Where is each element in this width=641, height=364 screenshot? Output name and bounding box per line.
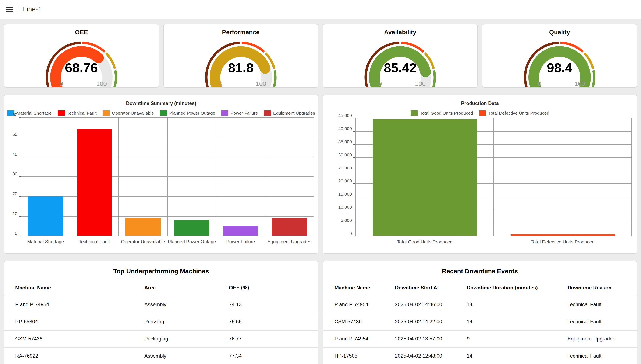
x-gridline	[70, 118, 70, 236]
table-header-cell: Downtime Reason	[567, 285, 637, 291]
table-row[interactable]: CSM-57436Packaging76.77	[4, 330, 318, 348]
table-header-cell: Area	[144, 285, 229, 291]
gauge-card-availability: Availability 85.420100	[323, 24, 478, 88]
legend-item[interactable]: Total Defective Units Produced	[479, 110, 549, 116]
table: Machine NameDowntime Start AtDowntime Du…	[323, 280, 637, 364]
x-gridline	[21, 118, 22, 236]
legend-swatch	[411, 110, 418, 116]
performance-gauge: 81.80100	[194, 37, 287, 88]
table-cell: 14	[467, 319, 567, 324]
bar[interactable]	[272, 218, 307, 236]
x-axis-label: Technical Fault	[70, 239, 119, 244]
table-cell: 77.34	[229, 353, 318, 359]
availability-gauge: 85.420100	[354, 37, 447, 88]
chart-title: Production Data	[323, 101, 637, 106]
x-axis-label: Total Defective Units Produced	[494, 239, 632, 245]
y-axis-label: 60	[13, 112, 21, 117]
legend-label: Power Failure	[230, 110, 258, 116]
table: Machine NameAreaOEE (%)P and P-74954Asse…	[4, 280, 318, 364]
legend-swatch	[221, 110, 228, 116]
legend-label: Planned Power Outage	[169, 110, 215, 116]
x-gridline	[493, 118, 494, 236]
legend-label: Technical Fault	[67, 110, 97, 116]
table-cell: 14	[467, 302, 567, 308]
x-axis-label: Planned Power Outage	[168, 239, 216, 244]
top-underperforming-machines-card: Top Underperforming MachinesMachine Name…	[4, 261, 318, 364]
x-gridline	[314, 118, 314, 236]
chart-title: Downtime Summary (minutes)	[4, 101, 318, 106]
table-cell: P and P-74954	[15, 302, 144, 308]
gauge-value: 81.8	[228, 60, 254, 75]
chart-legend: Total Good Units ProducedTotal Defective…	[323, 110, 637, 116]
table-row[interactable]: P and P-74954Assembly74.13	[4, 296, 318, 313]
table-row[interactable]: P and P-749542025-04-02 13:57:009Equipme…	[323, 330, 637, 348]
gauge-max-label: 100	[574, 80, 585, 87]
table-cell: Technical Fault	[567, 353, 637, 359]
legend-swatch	[264, 110, 271, 116]
table-row[interactable]: RA-76922Assembly77.34	[4, 348, 318, 364]
x-gridline	[216, 118, 216, 236]
bar[interactable]	[126, 218, 161, 236]
legend-label: Total Good Units Produced	[420, 110, 473, 116]
legend-item[interactable]: Equipment Upgrades	[264, 110, 315, 116]
y-axis-label: 45,000	[338, 113, 356, 118]
gauge-min-label: 0	[538, 80, 541, 87]
y-axis-label: 25,000	[338, 166, 356, 170]
legend-item[interactable]: Operator Unavailable	[103, 110, 154, 116]
y-axis-label: 20,000	[338, 178, 356, 184]
table-row[interactable]: P and P-749542025-04-02 14:46:0014Techni…	[323, 296, 637, 313]
x-axis-line	[356, 236, 632, 236]
table-cell: Pressing	[144, 319, 229, 324]
y-axis-label: 0	[15, 231, 21, 236]
y-axis-label: 30	[13, 172, 21, 176]
legend-item[interactable]: Planned Power Outage	[160, 110, 215, 116]
gauge-min-label: 0	[219, 80, 223, 87]
legend-label: Material Shortage	[17, 110, 52, 116]
y-axis-label: 0	[349, 231, 356, 236]
bar[interactable]	[373, 119, 477, 236]
table-title: Recent Downtime Events	[323, 267, 637, 276]
bar[interactable]	[174, 220, 209, 236]
y-axis-label: 40	[13, 152, 21, 157]
gauge-title: Availability	[323, 28, 477, 37]
table-row[interactable]: PP-65804Pressing75.55	[4, 313, 318, 330]
plot-area: 0102030405060Material ShortageTechnical …	[21, 118, 314, 236]
table-cell: 2025-04-02 13:57:00	[395, 336, 467, 342]
legend-item[interactable]: Technical Fault	[58, 110, 97, 116]
legend-swatch	[103, 110, 110, 116]
table-cell: 74.13	[229, 302, 318, 308]
y-axis-label: 5,000	[341, 218, 356, 223]
chart-row: Downtime Summary (minutes)Material Short…	[4, 95, 637, 254]
bar[interactable]	[28, 196, 63, 236]
table-header-cell: OEE (%)	[229, 285, 318, 291]
bar[interactable]	[77, 129, 112, 236]
table-cell: 2025-04-02 12:48:00	[395, 353, 467, 359]
table-header-cell: Downtime Duration (minutes)	[467, 285, 567, 291]
recent-downtime-events-card: Recent Downtime EventsMachine NameDownti…	[323, 261, 637, 364]
production-data-chart-card: Production DataTotal Good Units Produced…	[323, 95, 637, 254]
gauge-card-quality: Quality 98.40100	[482, 24, 637, 88]
table-cell: CSM-57436	[15, 336, 144, 342]
legend-item[interactable]: Power Failure	[221, 110, 258, 116]
chart-legend: Material ShortageTechnical FaultOperator…	[4, 110, 318, 116]
gauge-min-label: 0	[60, 80, 63, 87]
table-row[interactable]: CSM-574362025-04-02 14:22:0014Technical …	[323, 313, 637, 330]
x-gridline	[265, 118, 265, 236]
legend-label: Operator Unavailable	[112, 110, 154, 116]
hamburger-menu-icon[interactable]	[6, 6, 13, 13]
bar[interactable]	[223, 226, 258, 236]
y-axis-label: 20	[13, 191, 21, 196]
x-axis-label: Operator Unavailable	[119, 239, 168, 244]
x-axis-label: Equipment Upgrades	[265, 239, 314, 244]
table-row[interactable]: HP-175052025-04-02 12:48:0014Technical F…	[323, 348, 637, 364]
table-cell: P and P-74954	[334, 302, 395, 308]
plot-area: 05,00010,00015,00020,00025,00030,00035,0…	[356, 118, 632, 236]
table-header-cell: Machine Name	[15, 285, 144, 291]
quality-gauge: 98.40100	[513, 37, 606, 88]
legend-item[interactable]: Total Good Units Produced	[411, 110, 473, 116]
dashboard-content: OEE 68.760100 Performance 81.80100 Avail…	[0, 19, 641, 364]
table-header-row: Machine NameDowntime Start AtDowntime Du…	[323, 280, 637, 296]
table-cell: Assembly	[144, 353, 229, 359]
page-title: Line-1	[23, 6, 42, 13]
legend-label: Total Defective Units Produced	[488, 110, 549, 116]
